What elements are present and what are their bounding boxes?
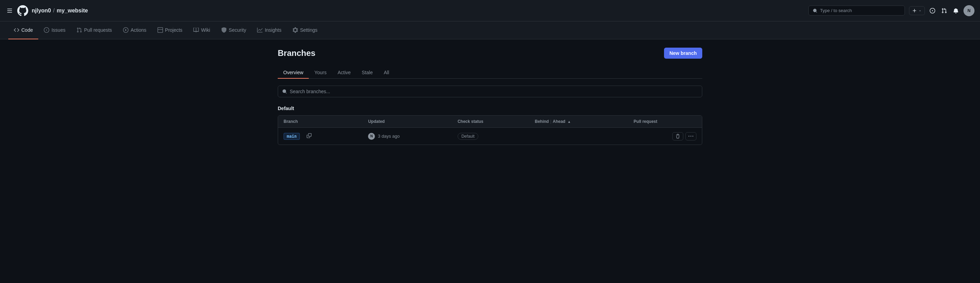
repo-nav-security[interactable]: Security <box>216 21 252 39</box>
pullrequest-button[interactable] <box>940 6 948 15</box>
delete-branch-button[interactable] <box>672 132 683 141</box>
breadcrumb-separator: / <box>53 8 54 14</box>
check-status-cell: Default <box>452 128 529 145</box>
graph-nav-icon <box>257 27 262 33</box>
tab-overview[interactable]: Overview <box>278 67 309 79</box>
col-check-status: Check status <box>452 116 529 128</box>
issue-nav-icon <box>44 27 49 33</box>
new-branch-button[interactable]: New branch <box>664 48 702 59</box>
plus-icon <box>912 8 917 13</box>
top-nav: njlyon0 / my_website <box>0 0 980 21</box>
table-row: main N 3 days ago Defaul <box>278 128 702 145</box>
repo-nav-pullrequests[interactable]: Pull requests <box>71 21 118 39</box>
col-behind-ahead: Behind | Ahead ▲ <box>529 116 628 128</box>
default-section-label: Default <box>278 106 702 111</box>
repo-nav-settings[interactable]: Settings <box>287 21 323 39</box>
global-search-input[interactable] <box>820 8 900 13</box>
branches-table: Branch Updated Check status Behind | Ahe… <box>278 115 702 145</box>
branches-table-body: main N 3 days ago Defaul <box>278 128 702 145</box>
kebab-icon <box>689 134 693 139</box>
repo-nav-actions[interactable]: Actions <box>118 21 152 39</box>
bell-icon <box>953 8 959 13</box>
play-nav-icon <box>123 27 129 33</box>
copy-branch-button[interactable] <box>305 132 313 141</box>
issues-button[interactable] <box>928 6 937 15</box>
col-updated: Updated <box>363 116 452 128</box>
repo-nav-issues[interactable]: Issues <box>38 21 71 39</box>
breadcrumb-repo[interactable]: my_website <box>57 8 88 14</box>
col-pull-request: Pull request <box>628 116 702 128</box>
updated-cell: N 3 days ago <box>363 128 452 145</box>
behind-ahead-cell <box>529 128 628 145</box>
branch-tabs: Overview Yours Active Stale All <box>278 67 702 79</box>
page-title: Branches <box>278 48 315 58</box>
top-nav-left: njlyon0 / my_website <box>5 5 804 16</box>
tab-active[interactable]: Active <box>332 67 356 79</box>
repo-nav-wiki[interactable]: Wiki <box>188 21 215 39</box>
default-badge: Default <box>458 133 478 140</box>
chevron-down-icon <box>918 9 922 13</box>
breadcrumb-username[interactable]: njlyon0 <box>32 8 51 14</box>
copy-icon <box>307 133 312 138</box>
tab-all[interactable]: All <box>379 67 395 79</box>
repo-nav-insights[interactable]: Insights <box>251 21 287 39</box>
avatar[interactable]: N <box>964 5 975 16</box>
pull-request-cell <box>628 128 702 145</box>
code-icon <box>14 27 19 33</box>
row-avatar: N <box>368 133 375 140</box>
hamburger-button[interactable] <box>5 6 14 15</box>
trash-icon <box>675 134 680 139</box>
breadcrumb: njlyon0 / my_website <box>32 8 88 14</box>
git-pull-request-icon <box>942 8 947 13</box>
branch-search-input[interactable] <box>290 89 698 94</box>
repo-nav-projects[interactable]: Projects <box>152 21 188 39</box>
shield-nav-icon <box>221 27 227 33</box>
github-logo <box>17 5 28 16</box>
global-search[interactable] <box>808 5 905 16</box>
branches-header: Branches New branch <box>278 48 702 59</box>
col-branch: Branch <box>278 116 363 128</box>
main-content: Branches New branch Overview Yours Activ… <box>269 39 711 153</box>
repo-nav-code[interactable]: Code <box>8 21 38 39</box>
pr-nav-icon <box>76 27 82 33</box>
branch-cell: main <box>278 128 363 145</box>
tab-stale[interactable]: Stale <box>356 67 379 79</box>
gear-nav-icon <box>293 27 298 33</box>
updated-time: 3 days ago <box>378 134 400 139</box>
create-button[interactable] <box>909 6 925 15</box>
notifications-button[interactable] <box>952 6 960 15</box>
search-icon <box>813 8 817 13</box>
top-nav-right: N <box>909 5 975 16</box>
more-actions-button[interactable] <box>686 132 697 141</box>
branch-name-badge: main <box>283 133 300 140</box>
repo-nav: Code Issues Pull requests Actions Projec… <box>0 21 980 39</box>
book-nav-icon <box>193 27 199 33</box>
hamburger-icon <box>7 8 13 13</box>
issue-opened-icon <box>930 8 935 13</box>
tab-yours[interactable]: Yours <box>309 67 332 79</box>
branches-table-head: Branch Updated Check status Behind | Ahe… <box>278 116 702 128</box>
search-branches-icon <box>282 89 287 94</box>
branch-search-bar[interactable] <box>278 86 702 98</box>
table-nav-icon <box>158 27 163 33</box>
